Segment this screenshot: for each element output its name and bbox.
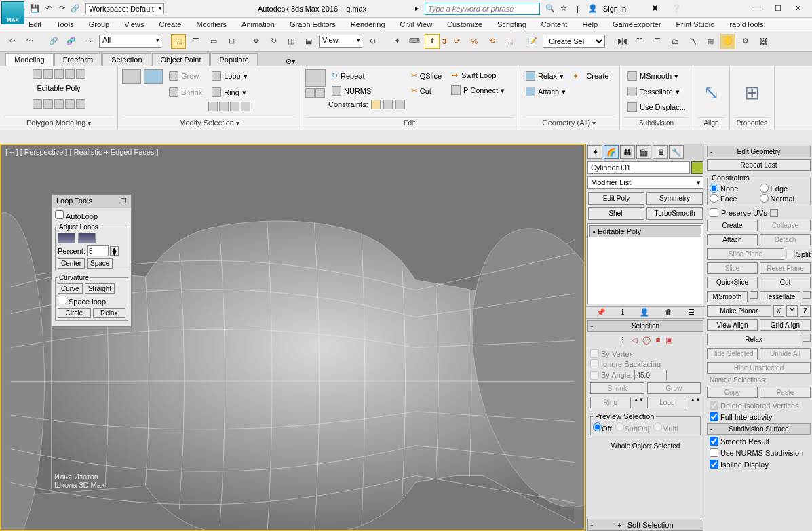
center-btn[interactable]: Center <box>58 258 85 269</box>
move-btn[interactable]: ✥ <box>248 34 263 49</box>
loop-tools-close-icon[interactable]: ☐ <box>120 197 127 205</box>
hierarchy-tab-icon[interactable]: 👪 <box>620 145 635 159</box>
exchange-icon[interactable]: ✖ <box>652 4 658 13</box>
planar-z-btn[interactable]: Z <box>800 305 811 317</box>
align-btn[interactable]: ☷ <box>632 34 647 49</box>
menu-gameexporter[interactable]: GameExporter <box>613 20 661 28</box>
poly-sub-icon-3[interactable] <box>54 99 64 109</box>
menu-help[interactable]: Help <box>582 20 598 28</box>
save-icon[interactable]: 💾 <box>30 4 39 14</box>
relax-settings-icon[interactable] <box>803 334 811 342</box>
attach-geom-btn[interactable]: Attach <box>707 234 758 245</box>
vertex-mode-icon[interactable] <box>33 69 42 79</box>
polygon-sel-icon[interactable]: ■ <box>656 336 661 345</box>
select-btn[interactable]: ⬚ <box>171 34 186 49</box>
tab-selection[interactable]: Selection <box>102 53 151 66</box>
menu-rendering[interactable]: Rendering <box>351 20 385 28</box>
tab-objectpaint[interactable]: Object Paint <box>152 53 210 66</box>
msmooth-settings-icon[interactable] <box>750 291 758 299</box>
tab-freeform[interactable]: Freeform <box>54 53 102 66</box>
relax-btn[interactable]: Relax ▾ ✦ Create <box>522 69 612 83</box>
properties-icon[interactable]: ⊞ <box>744 81 760 104</box>
viewport-label[interactable]: [ + ] [ Perspective ] [ Realistic + Edge… <box>5 148 159 156</box>
preserveuv-settings-icon[interactable] <box>770 209 778 217</box>
snap-btn[interactable]: ⬆ <box>425 34 440 49</box>
align-icon[interactable]: ⤡ <box>703 81 719 104</box>
straight-btn[interactable]: Straight <box>85 283 115 294</box>
menu-group[interactable]: Group <box>89 20 110 28</box>
edge-sel-icon[interactable]: ◁ <box>632 336 637 345</box>
manipulate-btn[interactable]: ✦ <box>389 34 404 49</box>
selection-rollup[interactable]: Selection <box>587 320 703 332</box>
redo-btn[interactable]: ↷ <box>22 34 37 49</box>
smoothres-checkbox[interactable] <box>710 437 718 446</box>
modifier-stack[interactable]: ▪ Editable Poly <box>587 223 703 304</box>
search-arrow-icon[interactable]: ▸ <box>415 4 419 13</box>
poly-sub-icon-2[interactable] <box>43 99 53 109</box>
tab-modeling[interactable]: Modeling <box>5 53 54 66</box>
viewalign-btn[interactable]: View Align <box>707 319 758 331</box>
configure-icon[interactable]: ☰ <box>688 308 695 317</box>
menu-rapidtools[interactable]: rapidTools <box>729 20 763 28</box>
utilities-tab-icon[interactable]: 🔧 <box>669 145 684 159</box>
menu-animation[interactable]: Animation <box>241 20 275 28</box>
planar-y-btn[interactable]: Y <box>786 305 798 317</box>
symmetry-mod-btn[interactable]: Symmetry <box>646 192 703 205</box>
group-geometry[interactable]: Geometry (All) ▾ <box>522 117 615 127</box>
link-icon[interactable]: 🔗 <box>71 4 80 14</box>
usenurms-checkbox[interactable] <box>710 448 718 457</box>
group-polygon-modeling[interactable]: Polygon Modeling ▾ <box>4 117 113 127</box>
msmooth-geom-btn[interactable]: MSmooth <box>707 291 748 302</box>
create-tab-icon[interactable]: ✦ <box>587 145 602 159</box>
cut-geom-btn[interactable]: Cut <box>760 277 811 288</box>
poly-sub-icon-1[interactable] <box>33 99 42 109</box>
motion-tab-icon[interactable]: 🎬 <box>636 145 651 159</box>
mirror-btn[interactable]: ◗|◖ <box>615 34 630 49</box>
named-sel-dropdown[interactable]: Create Selection Se <box>543 35 605 48</box>
menu-modifiers[interactable]: Modifiers <box>196 20 227 28</box>
menu-civilview[interactable]: Civil View <box>400 20 432 28</box>
grow-btn[interactable]: Grow <box>166 69 206 83</box>
element-mode-icon[interactable] <box>76 69 85 79</box>
modsel-icon-1[interactable] <box>122 69 141 84</box>
window-crossing-btn[interactable]: ⊡ <box>224 34 239 49</box>
spinner-snap-btn[interactable]: ⟲ <box>484 34 499 49</box>
menu-customize[interactable]: Customize <box>447 20 482 28</box>
preview-off-radio[interactable] <box>593 422 602 431</box>
repeatlast-btn[interactable]: Repeat Last <box>707 159 811 171</box>
element-sel-icon[interactable]: ▣ <box>665 336 672 345</box>
modsel-icon-2[interactable] <box>144 69 163 84</box>
angle-snap-btn[interactable]: ⟳ <box>449 34 464 49</box>
fullint-checkbox[interactable] <box>710 412 718 421</box>
autoloop-checkbox[interactable] <box>55 210 64 219</box>
menu-create[interactable]: Create <box>159 20 181 28</box>
render-frame-btn[interactable]: 🖼 <box>756 34 771 49</box>
attach-btn[interactable]: Attach ▾ <box>522 85 569 98</box>
border-sel-icon[interactable]: ◯ <box>642 336 651 345</box>
ring-btn[interactable]: Ring ▾ <box>208 85 250 99</box>
tessellate-btn[interactable]: Tessellate ▾ <box>624 85 683 98</box>
adjust-icon-2[interactable] <box>78 233 96 243</box>
shell-mod-btn[interactable]: Shell <box>588 207 644 220</box>
msmooth-btn[interactable]: MSmooth ▾ <box>624 69 682 83</box>
group-modify-selection[interactable]: Modify Selection ▾ <box>122 117 296 127</box>
undo-icon[interactable]: ↶ <box>43 4 53 14</box>
unlink-btn[interactable]: 🧬 <box>64 34 79 49</box>
search-input[interactable] <box>425 3 540 15</box>
tess-settings-icon[interactable] <box>803 291 811 299</box>
adjust-icon-1[interactable] <box>58 233 75 243</box>
select-name-btn[interactable]: ☰ <box>189 34 204 49</box>
pivot-center-btn[interactable]: ⊙ <box>365 34 380 49</box>
usedisp-btn[interactable]: Use Displac... <box>624 100 689 114</box>
qslice-btn[interactable]: ✂QSlice <box>408 69 445 82</box>
viewport[interactable]: [ + ] [ Perspective ] [ Realistic + Edge… <box>0 144 585 531</box>
edit-big-icon[interactable] <box>305 69 326 87</box>
loop-tools-panel[interactable]: Loop Tools☐ AutoLoop Adjust Loops Percen… <box>52 194 132 327</box>
circle-btn[interactable]: Circle <box>58 308 91 318</box>
repeat-btn[interactable]: ↻Repeat <box>328 69 405 82</box>
relax-loop-btn[interactable]: Relax <box>93 308 126 318</box>
poly-mode-icon[interactable] <box>65 69 75 79</box>
selection-filter[interactable]: All <box>99 35 161 48</box>
bind-btn[interactable]: 〰 <box>81 34 96 49</box>
curve-editor-btn[interactable]: 〽 <box>685 34 700 49</box>
